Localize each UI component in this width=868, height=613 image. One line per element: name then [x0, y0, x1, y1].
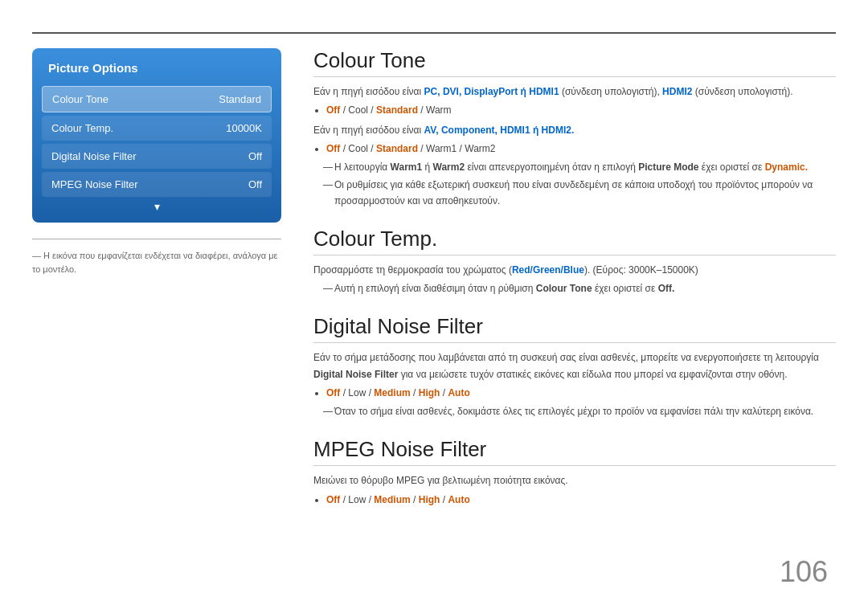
para-0-2: Εάν η πηγή εισόδου είναι AV, Component, …	[313, 122, 836, 138]
picture-options-box: Picture Options Colour ToneStandardColou…	[32, 48, 281, 223]
menu-item-value-2: Off	[248, 150, 262, 162]
dropdown-arrow: ▾	[42, 200, 272, 213]
picture-options-title: Picture Options	[42, 58, 272, 78]
left-panel: Picture Options Colour ToneStandardColou…	[32, 48, 281, 276]
menu-item-1[interactable]: Colour Temp.10000K	[42, 116, 272, 141]
dash-0-5: Οι ρυθμίσεις για κάθε εξωτερική συσκευή …	[323, 178, 836, 208]
bullet-2-1: Off / Low / Medium / High / Auto	[326, 386, 836, 401]
para-1-0: Προσαρμόστε τη θερμοκρασία του χρώματος …	[313, 262, 836, 278]
bullet-3-1: Off / Low / Medium / High / Auto	[326, 492, 836, 508]
menu-item-label-0: Colour Tone	[52, 93, 108, 105]
bullet-0-1: Off / Cool / Standard / Warm	[326, 103, 836, 118]
dash-2-2: Όταν το σήμα είναι ασθενές, δοκιμάστε όλ…	[323, 404, 836, 419]
bullet-item-3-1: Off / Low / Medium / High / Auto	[326, 492, 836, 508]
section-title-colour-tone: Colour Tone	[313, 48, 836, 77]
menu-items-container: Colour ToneStandardColour Temp.10000KDig…	[42, 86, 272, 197]
section-body-colour-temp: Προσαρμόστε τη θερμοκρασία του χρώματος …	[313, 262, 836, 297]
section-title-mpeg-noise-filter: MPEG Noise Filter	[313, 437, 836, 466]
bullet-0-3: Off / Cool / Standard / Warm1 / Warm2	[326, 141, 836, 157]
top-divider	[32, 32, 836, 34]
section-body-colour-tone: Εάν η πηγή εισόδου είναι PC, DVI, Displa…	[313, 84, 836, 209]
para-0-0: Εάν η πηγή εισόδου είναι PC, DVI, Displa…	[313, 84, 836, 100]
menu-item-value-3: Off	[248, 178, 262, 190]
menu-item-2[interactable]: Digital Noise FilterOff	[42, 144, 272, 169]
para-3-0: Μειώνει το θόρυβο MPEG για βελτιωμένη πο…	[313, 472, 836, 488]
menu-item-0[interactable]: Colour ToneStandard	[42, 86, 272, 112]
dash-1-1: Αυτή η επιλογή είναι διαθέσιμη όταν η ρύ…	[323, 281, 836, 296]
sections-container: Colour ToneΕάν η πηγή εισόδου είναι PC, …	[313, 48, 836, 508]
bullet-item-0-3: Off / Cool / Standard / Warm1 / Warm2	[326, 141, 836, 157]
right-content: Colour ToneΕάν η πηγή εισόδου είναι PC, …	[313, 48, 836, 525]
section-body-mpeg-noise-filter: Μειώνει το θόρυβο MPEG για βελτιωμένη πο…	[313, 472, 836, 508]
menu-item-3[interactable]: MPEG Noise FilterOff	[42, 172, 272, 197]
section-colour-temp: Colour Temp.Προσαρμόστε τη θερμοκρασία τ…	[313, 227, 836, 297]
dash-0-4: Η λειτουργία Warm1 ή Warm2 είναι απενεργ…	[323, 160, 836, 175]
menu-item-label-1: Colour Temp.	[51, 122, 113, 134]
section-title-colour-temp: Colour Temp.	[313, 227, 836, 255]
bullet-item-2-1: Off / Low / Medium / High / Auto	[326, 386, 836, 401]
menu-item-label-3: MPEG Noise Filter	[51, 178, 138, 190]
section-mpeg-noise-filter: MPEG Noise FilterΜειώνει το θόρυβο MPEG …	[313, 437, 836, 508]
bullet-item-0-1: Off / Cool / Standard / Warm	[326, 103, 836, 118]
para-2-0: Εάν το σήμα μετάδοσης που λαμβάνεται από…	[313, 349, 836, 382]
menu-item-value-1: 10000K	[226, 122, 262, 134]
menu-item-value-0: Standard	[219, 93, 261, 105]
left-panel-note: ― Η εικόνα που εμφανίζεται ενδέχεται να …	[32, 239, 281, 276]
menu-item-label-2: Digital Noise Filter	[51, 150, 136, 162]
section-colour-tone: Colour ToneΕάν η πηγή εισόδου είναι PC, …	[313, 48, 836, 209]
section-body-digital-noise-filter: Εάν το σήμα μετάδοσης που λαμβάνεται από…	[313, 349, 836, 419]
section-digital-noise-filter: Digital Noise FilterΕάν το σήμα μετάδοση…	[313, 314, 836, 419]
section-title-digital-noise-filter: Digital Noise Filter	[313, 314, 836, 343]
page-number: 106	[780, 555, 828, 589]
